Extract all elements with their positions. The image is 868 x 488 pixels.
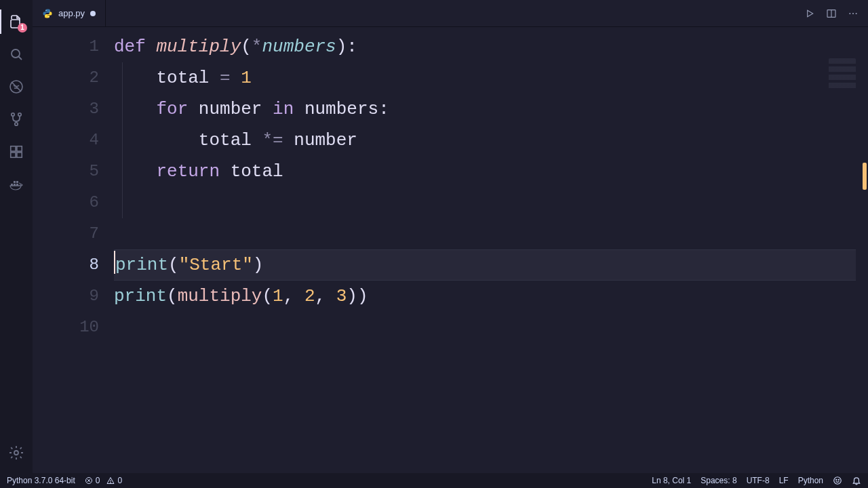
svg-point-7 <box>15 123 18 125</box>
search-icon[interactable] <box>0 38 33 70</box>
tab-app-py[interactable]: app.py <box>33 0 106 26</box>
svg-rect-9 <box>17 146 22 151</box>
status-language[interactable]: Python <box>798 476 823 485</box>
code-line: total = 1 <box>114 62 856 94</box>
svg-point-31 <box>834 477 842 485</box>
activity-bar: 1 <box>0 0 33 473</box>
line-number: 1 <box>33 31 114 62</box>
line-number: 4 <box>33 125 114 156</box>
line-number: 9 <box>33 281 114 312</box>
status-encoding[interactable]: UTF-8 <box>747 476 770 485</box>
line-number: 10 <box>33 312 114 343</box>
code-line: return total <box>114 156 856 187</box>
explorer-badge: 1 <box>18 23 27 33</box>
run-icon[interactable] <box>804 8 815 19</box>
svg-rect-10 <box>11 152 16 157</box>
svg-point-24 <box>852 12 854 14</box>
debug-disabled-icon[interactable] <box>0 70 33 103</box>
code-area[interactable]: def multiply(*numbers): total = 1 for nu… <box>114 27 856 473</box>
svg-rect-15 <box>14 181 16 183</box>
code-line <box>114 312 856 343</box>
status-cursor-position[interactable]: Ln 8, Col 1 <box>652 476 691 485</box>
split-editor-icon[interactable] <box>826 8 837 19</box>
indent-guide <box>122 62 123 218</box>
line-number: 6 <box>33 187 114 218</box>
minimap[interactable] <box>829 58 856 100</box>
svg-point-32 <box>836 479 837 480</box>
svg-point-25 <box>856 12 857 14</box>
svg-line-4 <box>12 82 21 92</box>
svg-point-17 <box>14 451 18 455</box>
svg-point-18 <box>45 9 46 10</box>
code-line: def multiply(*numbers): <box>114 31 856 62</box>
svg-rect-8 <box>11 146 16 151</box>
explorer-icon[interactable]: 1 <box>0 5 33 38</box>
status-indentation[interactable]: Spaces: 8 <box>701 476 736 485</box>
code-line: print("Start") <box>114 249 856 281</box>
notifications-bell-icon[interactable] <box>852 476 861 485</box>
line-number: 2 <box>33 62 114 94</box>
svg-line-2 <box>19 57 22 60</box>
code-line: print(multiply(1, 2, 3)) <box>114 281 856 312</box>
tab-actions <box>795 0 868 26</box>
overview-ruler-mark <box>863 163 867 190</box>
svg-point-1 <box>12 49 20 58</box>
settings-gear-icon[interactable] <box>0 436 33 469</box>
python-file-icon <box>42 8 53 19</box>
status-interpreter[interactable]: Python 3.7.0 64-bit <box>7 476 75 485</box>
feedback-smiley-icon[interactable] <box>833 476 842 485</box>
status-bar: Python 3.7.0 64-bit 0 0 Ln 8, Col 1 Spac… <box>0 473 868 488</box>
svg-rect-16 <box>16 181 18 183</box>
line-number: 7 <box>33 218 114 249</box>
line-number-gutter: 1 2 3 4 5 6 7 8 9 10 <box>33 27 114 473</box>
status-eol[interactable]: LF <box>779 476 789 485</box>
tab-filename: app.py <box>58 8 85 18</box>
more-actions-icon[interactable] <box>848 8 859 19</box>
docker-icon[interactable] <box>0 168 33 201</box>
line-number: 3 <box>33 94 114 125</box>
error-icon <box>85 476 93 485</box>
code-line <box>114 187 856 218</box>
status-problems[interactable]: 0 0 <box>85 476 122 485</box>
code-line: for number in numbers: <box>114 94 856 125</box>
code-line: total *= number <box>114 125 856 156</box>
svg-point-5 <box>12 113 14 116</box>
tab-dirty-dot-icon <box>90 11 96 16</box>
line-number: 5 <box>33 156 114 187</box>
svg-point-6 <box>18 113 21 116</box>
svg-rect-11 <box>17 152 22 157</box>
svg-point-19 <box>48 16 49 17</box>
tab-bar: app.py <box>33 0 868 27</box>
code-line <box>114 218 856 249</box>
extensions-icon[interactable] <box>0 136 33 168</box>
svg-marker-20 <box>808 10 813 16</box>
warning-icon <box>106 476 115 485</box>
overview-ruler[interactable] <box>857 27 867 473</box>
svg-point-23 <box>849 12 850 14</box>
svg-point-30 <box>111 483 111 483</box>
code-editor[interactable]: 1 2 3 4 5 6 7 8 9 10 def multiply(*numbe… <box>33 27 868 473</box>
source-control-icon[interactable] <box>0 103 33 136</box>
svg-point-33 <box>838 479 839 480</box>
line-number: 8 <box>33 249 114 281</box>
